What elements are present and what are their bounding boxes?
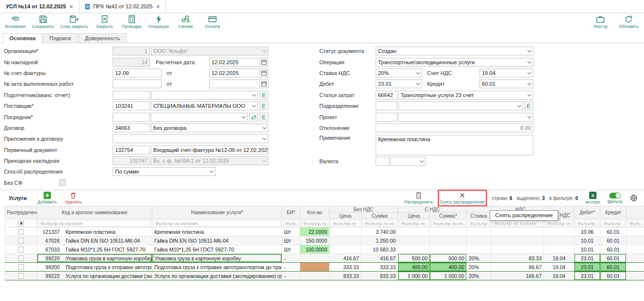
receipt-note-select[interactable]: Вх. с-ф. №098-2 от 12.02.2025 [151, 156, 268, 165]
invoice-number-input[interactable]: 12-09 [113, 69, 162, 77]
column-header-sum-no-vat[interactable]: Сумма [361, 213, 398, 219]
primary-document-code-input[interactable]: 132754 [113, 146, 150, 154]
column-header-code[interactable]: Код и краткое наименование [37, 206, 152, 219]
row-checkbox[interactable] [18, 247, 24, 252]
column-filter-input[interactable] [575, 220, 599, 226]
row-checkbox[interactable] [18, 264, 24, 270]
select-all-checkbox[interactable] [18, 221, 24, 226]
intermediary-code-input[interactable] [113, 113, 150, 122]
settlement-date-input[interactable]: 12.02.2025 [209, 58, 260, 67]
row-checkbox[interactable] [18, 229, 24, 235]
vat-rate-select[interactable]: 20% [376, 69, 422, 77]
refresh-button[interactable]: Обновить [619, 15, 639, 29]
table-row[interactable]: 67033Гайка М10*1,25 6Н ГОСТ 5927-70Гайка… [5, 245, 644, 254]
add-row-button[interactable]: Добавить [38, 192, 57, 204]
debit-select[interactable]: 23.01 [376, 79, 422, 88]
cost-item-select[interactable]: Транспортные услуги 23 счет [398, 91, 533, 100]
operations-button[interactable]: Операции [148, 15, 169, 29]
column-header-unit[interactable]: ЕИ* [282, 206, 300, 219]
table-row[interactable]: 99200Подготовка груза к отправке автотра… [5, 263, 644, 272]
column-filter-input[interactable] [627, 220, 643, 226]
supplier-select[interactable]: СПЕЦИАЛЬНЫЕ МАТЕРИАЛЫ ООО [151, 101, 258, 110]
column-header-rate[interactable]: Ставка [467, 213, 491, 219]
row-checkbox[interactable] [18, 238, 24, 244]
undistribute-button[interactable]: Снять распределение [440, 192, 485, 204]
hierarchy-button[interactable] [260, 91, 268, 100]
export-button[interactable]: X экспорт [585, 192, 600, 204]
note-textarea[interactable]: Крепежная пластина [376, 135, 533, 155]
table-row[interactable]: 99222Услуга по организации доставки (экс… [5, 272, 644, 280]
column-filter-input[interactable] [399, 220, 429, 226]
save-button[interactable]: Сохранить [32, 15, 54, 29]
distribution-method-select[interactable]: По сумме [113, 167, 215, 176]
tab-main[interactable]: Основная [3, 33, 42, 43]
act-number-input[interactable] [113, 79, 162, 88]
receipt-note-code-input[interactable]: 132747 [113, 156, 150, 165]
column-header-distributed[interactable]: Распределено [5, 206, 37, 219]
tab-attorney[interactable]: Доверенность [78, 33, 126, 43]
project-select[interactable] [398, 113, 533, 122]
primary-document-select[interactable]: Входящий счет-фактура №12-09 от 12.02.20… [151, 146, 268, 154]
clear-button[interactable] [249, 113, 258, 122]
supplier-code-input[interactable]: 103241 [113, 101, 150, 110]
column-header-service[interactable]: Наименование услуги* [152, 206, 282, 219]
column-filter-input[interactable] [431, 220, 465, 226]
contract-code-input[interactable]: 34663 [113, 124, 150, 132]
column-filter-input[interactable] [545, 220, 573, 226]
document-status-select[interactable]: Создан [376, 47, 533, 55]
close-button[interactable]: Закрыть [95, 15, 115, 29]
cost-item-code-input[interactable]: 66642 [376, 91, 397, 100]
attachments-button[interactable]: Вложения [5, 15, 25, 29]
tab-prh-document[interactable]: ПРХ №42 от 12.02.2025 × [79, 0, 166, 13]
payment-button[interactable]: Оплата [202, 15, 223, 29]
column-header-debit[interactable]: Дебет* [574, 206, 600, 219]
save-close-button[interactable]: Сохр.закрыть [60, 15, 88, 29]
accountable-select[interactable] [151, 91, 258, 100]
contract-annex-select[interactable] [113, 134, 268, 143]
calendar-button[interactable] [260, 58, 268, 67]
department-code-input[interactable] [376, 101, 397, 110]
delete-row-button[interactable]: Удалить [65, 192, 81, 204]
intermediary-select[interactable] [151, 113, 248, 122]
links-button[interactable]: Связки [175, 15, 196, 29]
table-row[interactable]: 121337Крепежная пластинаКрепежная пласти… [5, 227, 644, 236]
table-row[interactable]: 99220Упаковка груза в картонную коробкуУ… [5, 254, 644, 263]
tab-close-icon[interactable]: × [156, 3, 160, 10]
column-header-qty[interactable]: Кол-во [300, 206, 330, 219]
no-invoice-checkbox[interactable] [59, 179, 66, 186]
column-filter-input[interactable] [331, 220, 360, 226]
operation-select[interactable]: Транспортные/экспедиционные услуги [376, 58, 533, 67]
filter-toggle-button[interactable]: фильтр [607, 193, 622, 204]
contract-select[interactable]: Без договора [151, 124, 268, 132]
column-header-price-vat[interactable]: Цена [398, 213, 430, 219]
grid-settings-button[interactable] [629, 194, 638, 202]
department-select[interactable] [398, 101, 523, 110]
tab-usl-document[interactable]: УСЛ №14 от 12.02.2025 × [0, 0, 79, 13]
table-row[interactable]: 67026Гайка DIN EN ISO 10511-М6-04Гайка D… [5, 236, 644, 245]
credit-select[interactable]: 60.01 [479, 79, 533, 88]
act-date-input[interactable] [209, 79, 260, 88]
column-filter-input[interactable] [283, 220, 299, 226]
invoice-date-input[interactable]: 12.02.2025 [209, 69, 260, 77]
row-checkbox[interactable] [18, 255, 24, 261]
column-filter-input[interactable] [38, 220, 151, 226]
column-filter-input[interactable] [301, 220, 328, 226]
accountable-code-input[interactable] [113, 91, 150, 100]
row-checkbox[interactable] [18, 273, 24, 279]
organization-code-input[interactable]: 1 [113, 47, 150, 55]
organization-select[interactable]: ООО "Альфа" [151, 47, 268, 55]
column-filter-input[interactable] [153, 220, 281, 226]
column-filter-input[interactable] [492, 220, 543, 226]
tab-signatures[interactable]: Подписи [43, 33, 77, 43]
project-code-input[interactable] [376, 113, 397, 122]
column-header-price-no-vat[interactable]: Цена [330, 213, 361, 219]
calendar-button[interactable] [260, 69, 268, 77]
distribute-button[interactable]: Распределить [404, 192, 433, 204]
hierarchy-button[interactable] [525, 101, 533, 110]
column-filter-input[interactable] [601, 220, 625, 226]
currency-code-input[interactable] [376, 157, 389, 166]
registry-button[interactable]: Реестр [590, 15, 611, 29]
waybill-number-input[interactable]: 14 [113, 58, 150, 67]
hierarchy-button[interactable] [260, 113, 268, 122]
column-header-sum-vat[interactable]: Сумма* [430, 213, 467, 219]
